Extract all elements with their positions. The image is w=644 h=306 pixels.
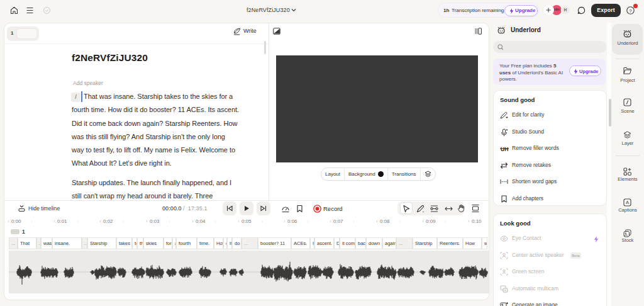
svg-text:A: A: [626, 200, 629, 205]
svg-text:?: ?: [629, 8, 632, 14]
